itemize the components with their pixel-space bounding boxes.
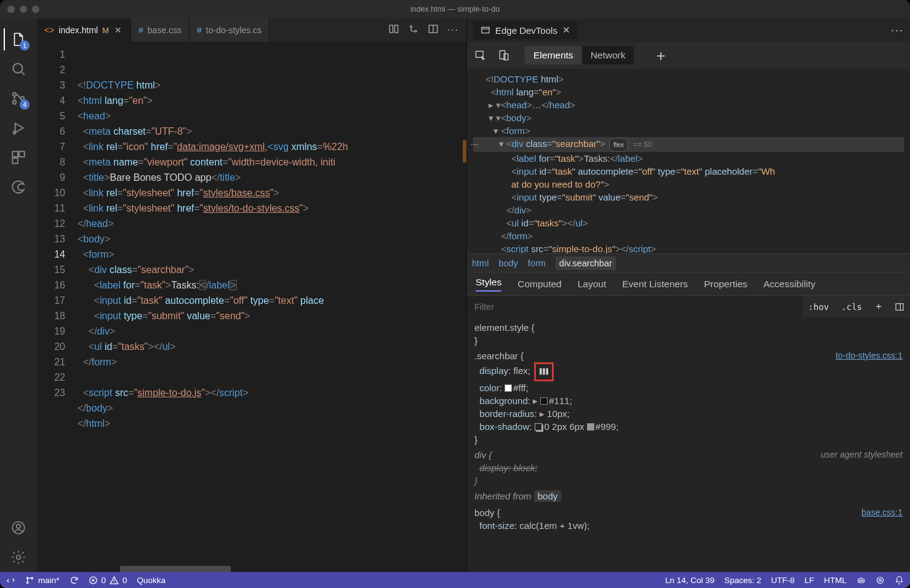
indentation[interactable]: Spaces: 2 — [724, 576, 761, 585]
vscode-window: index.html — simple-to-do 1 4 — [0, 0, 910, 588]
code-editor[interactable]: 1234567891011121314151617181920212223 <!… — [37, 42, 466, 572]
computed-toggle-icon[interactable] — [889, 302, 910, 312]
hov-toggle[interactable]: :hov — [802, 302, 836, 312]
device-toggle-icon[interactable] — [498, 49, 510, 62]
elements-tab[interactable]: Elements — [525, 46, 582, 65]
inherited-from-link[interactable]: body — [534, 490, 562, 502]
svg-rect-6 — [19, 151, 25, 157]
explorer-icon[interactable]: 1 — [4, 25, 33, 54]
devtools-panel: Edge DevTools ✕ ··· Elements Network ＋ <… — [467, 18, 910, 572]
horizontal-scrollbar[interactable] — [120, 566, 231, 572]
svg-point-10 — [17, 555, 21, 560]
new-rule-icon[interactable]: ＋ — [868, 300, 889, 313]
styles-tab-layout[interactable]: Layout — [578, 279, 607, 290]
problems-indicator[interactable]: 0 0 — [89, 576, 127, 585]
window-title: index.html — simple-to-do — [410, 5, 500, 14]
status-bar: main* 0 0 Quokka Ln 14, Col 39 Spaces: 2… — [0, 572, 910, 588]
svg-point-30 — [861, 580, 863, 581]
modified-indicator: M — [102, 26, 109, 35]
add-panel-icon[interactable]: ＋ — [653, 46, 668, 65]
styles-tab-accessibility[interactable]: Accessibility — [764, 279, 815, 290]
titlebar: index.html — simple-to-do — [0, 0, 910, 18]
source-control-icon[interactable]: 4 — [4, 84, 33, 113]
css-file-icon: # — [197, 25, 202, 35]
tab-to-do-styles[interactable]: # to-do-styles.cs — [190, 18, 269, 42]
svg-point-14 — [415, 30, 417, 32]
feedback-icon[interactable] — [876, 576, 885, 585]
svg-rect-20 — [896, 303, 903, 310]
quokka-indicator[interactable]: Quokka — [137, 576, 166, 585]
overview-ruler[interactable] — [460, 42, 466, 572]
styles-filter-row: :hov .cls ＋ — [467, 295, 910, 317]
sync-icon[interactable] — [70, 576, 79, 585]
remote-indicator[interactable] — [6, 576, 15, 585]
accounts-icon[interactable] — [4, 513, 33, 542]
edge-tools-icon[interactable] — [4, 172, 33, 202]
activity-bar: 1 4 — [0, 18, 37, 572]
crumb-form[interactable]: form — [528, 258, 546, 268]
encoding[interactable]: UTF-8 — [771, 576, 794, 585]
source-link[interactable]: to-do-styles.css:1 — [836, 349, 903, 362]
more-icon[interactable]: ··· — [447, 25, 459, 36]
svg-point-2 — [13, 101, 16, 104]
language-mode[interactable]: HTML — [824, 576, 847, 585]
svg-point-32 — [877, 577, 884, 583]
line-gutter: 1234567891011121314151617181920212223 — [37, 42, 74, 572]
source-link[interactable]: base.css:1 — [861, 506, 903, 519]
dom-tree[interactable]: <!DOCTYPE html> <html lang="en"> ▸▾<head… — [467, 69, 910, 253]
window-controls[interactable] — [7, 6, 39, 13]
close-icon[interactable]: ✕ — [562, 25, 570, 36]
crumb-html[interactable]: html — [472, 258, 489, 268]
svg-rect-28 — [858, 579, 864, 582]
styles-subtabs: StylesComputedLayoutEvent ListenersPrope… — [467, 272, 910, 295]
styles-tab-event-listeners[interactable]: Event Listeners — [622, 279, 688, 290]
styles-pane[interactable]: element.style {}to-do-styles.css:1.searc… — [467, 317, 910, 572]
zoom-dot[interactable] — [32, 6, 39, 13]
svg-point-0 — [13, 63, 22, 73]
copilot-icon[interactable] — [856, 576, 866, 585]
close-icon[interactable]: ✕ — [113, 25, 123, 35]
search-icon[interactable] — [4, 54, 33, 84]
flex-editor-icon[interactable] — [534, 362, 554, 381]
tab-index-html[interactable]: <> index.html M ✕ — [37, 18, 131, 42]
compare-icon[interactable] — [388, 23, 399, 37]
cls-toggle[interactable]: .cls — [835, 302, 868, 312]
css-file-icon: # — [138, 25, 143, 35]
crumb-div-searchbar[interactable]: div.searchbar — [556, 256, 616, 270]
code-area[interactable]: <!DOCTYPE html><html lang="en"><head> <m… — [74, 42, 460, 572]
inspect-icon[interactable] — [474, 49, 487, 62]
extensions-icon[interactable] — [4, 143, 33, 172]
branch-indicator[interactable]: main* — [25, 576, 60, 585]
notifications-icon[interactable] — [895, 576, 904, 585]
run-debug-icon[interactable] — [4, 113, 33, 143]
styles-tab-properties[interactable]: Properties — [704, 279, 748, 290]
settings-gear-icon[interactable] — [4, 542, 33, 572]
breadcrumb[interactable]: htmlbodyformdiv.searchbar — [467, 253, 910, 272]
styles-filter-input[interactable] — [467, 296, 802, 317]
split-editor-icon[interactable] — [428, 23, 439, 37]
scm-badge: 4 — [20, 100, 30, 109]
minimize-dot[interactable] — [20, 6, 27, 13]
svg-point-31 — [879, 579, 882, 581]
diff-icon[interactable] — [408, 23, 419, 37]
devtools-panel-tabs: Elements Network — [525, 46, 634, 65]
tab-base-css[interactable]: # base.css — [131, 18, 190, 42]
editor-actions: ··· — [381, 18, 466, 42]
tab-label: base.css — [148, 25, 182, 35]
crumb-body[interactable]: body — [498, 258, 517, 268]
svg-rect-12 — [394, 25, 397, 33]
styles-tab-computed[interactable]: Computed — [517, 279, 562, 290]
close-dot[interactable] — [7, 6, 15, 13]
more-icon[interactable]: ··· — [891, 24, 904, 37]
svg-point-24 — [27, 577, 29, 579]
eol[interactable]: LF — [804, 576, 814, 585]
network-tab[interactable]: Network — [582, 46, 634, 65]
cursor-position[interactable]: Ln 14, Col 39 — [665, 576, 714, 585]
svg-point-1 — [13, 93, 16, 96]
styles-tab-styles[interactable]: Styles — [476, 277, 501, 292]
svg-point-25 — [27, 582, 29, 584]
devtools-tabbar: Edge DevTools ✕ ··· — [467, 18, 910, 42]
tab-label: index.html — [58, 25, 98, 35]
tab-edge-devtools[interactable]: Edge DevTools ✕ — [473, 21, 578, 39]
editor-tabbar: <> index.html M ✕ # base.css # to-do-sty… — [37, 18, 466, 42]
